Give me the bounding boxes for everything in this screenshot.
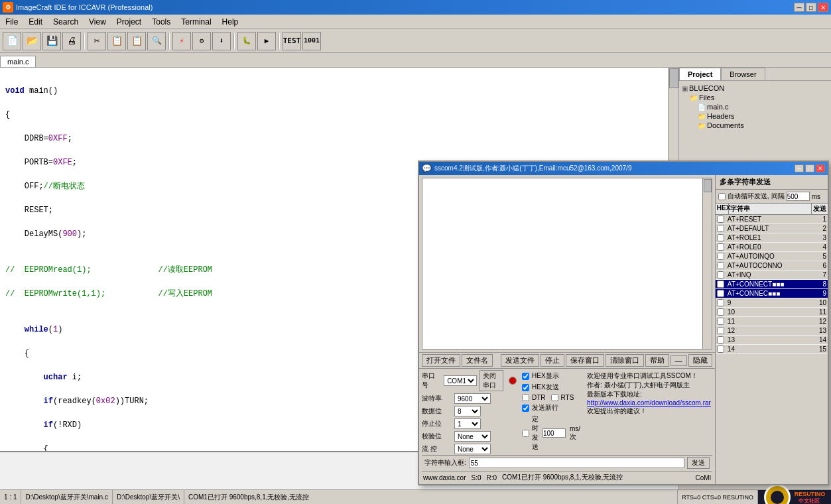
row-8-checkbox[interactable] <box>717 281 724 288</box>
header-send: 发送 <box>812 204 828 214</box>
row-7-checkbox[interactable] <box>717 271 724 279</box>
compile-button[interactable]: ⚡ <box>172 32 191 50</box>
status-position: 1 : 1 <box>0 490 21 504</box>
build-button[interactable]: ⚙ <box>192 32 211 50</box>
run-button[interactable]: ▶ <box>257 32 276 50</box>
download-button[interactable]: ⬇ <box>212 32 231 50</box>
save-button[interactable]: 💾 <box>42 32 61 50</box>
tree-main-c[interactable]: 📄 main.c <box>698 102 828 111</box>
newline-checkbox[interactable] <box>522 405 529 412</box>
paste-button[interactable]: 📋 <box>127 32 146 50</box>
serial-title: sscom4.2测试版,作者:聂小猛(丁丁),Email:mcu52@163.c… <box>434 164 631 173</box>
maximize-button[interactable]: □ <box>806 3 816 12</box>
menu-help[interactable]: Help <box>217 15 244 29</box>
row-2-checkbox[interactable] <box>717 225 724 232</box>
serial-config: 串口号 COM1 关闭串口 波特率 <box>419 368 715 484</box>
open-file-button[interactable]: 📂 <box>23 32 41 50</box>
minimize-panel-button[interactable]: — <box>671 355 687 366</box>
serial-close-button[interactable]: ✕ <box>816 164 825 172</box>
tree-documents-folder[interactable]: 📁 Documents <box>698 121 828 130</box>
search-button[interactable]: 🔍 <box>147 32 166 50</box>
tree-files-folder[interactable]: 📁 Files <box>690 93 828 102</box>
row-1-checkbox[interactable] <box>717 216 724 223</box>
tree-headers-folder[interactable]: 📁 Headers <box>698 111 828 121</box>
headers-folder-icon: 📁 <box>698 113 706 120</box>
hex-send-label: HEX发送 <box>532 383 559 392</box>
table-row: AT+DEFAULT 2 <box>716 224 828 233</box>
copy-button[interactable]: 📋 <box>107 32 126 50</box>
serial-send-button[interactable]: 发送 <box>687 457 710 469</box>
chip-button[interactable]: 1001 <box>302 32 321 50</box>
save-window-button[interactable]: 保存窗口 <box>566 354 604 367</box>
info-line-4: http://www.daxia.com/download/sscom.rar <box>587 399 711 407</box>
cut-button[interactable]: ✂ <box>88 32 106 50</box>
help-button[interactable]: 帮助 <box>645 354 669 367</box>
serial-minimize-button[interactable]: ─ <box>795 164 804 172</box>
stop-button[interactable]: 停止 <box>541 354 564 367</box>
menu-project[interactable]: Project <box>111 15 147 29</box>
new-file-button[interactable]: 📄 <box>3 32 21 50</box>
settings-button[interactable]: TEST <box>283 32 301 50</box>
serial-send-input[interactable] <box>469 458 684 468</box>
row-10-checkbox[interactable] <box>717 299 724 306</box>
row-9-checkbox[interactable] <box>717 290 724 297</box>
serial-scroll-thumb[interactable] <box>704 179 712 192</box>
row-12-checkbox[interactable] <box>717 318 724 325</box>
serial-maximize-button[interactable]: □ <box>805 164 814 172</box>
menu-file[interactable]: File <box>0 15 23 29</box>
row-4-checkbox[interactable] <box>717 243 724 251</box>
menu-terminal[interactable]: Terminal <box>176 15 216 29</box>
toolbar-separator-4 <box>279 33 280 49</box>
data-bits-select[interactable]: 8 <box>454 406 481 416</box>
tab-project[interactable]: Project <box>679 68 721 80</box>
row-6-checkbox[interactable] <box>717 262 724 269</box>
clear-window-button[interactable]: 清除窗口 <box>606 354 644 367</box>
row-13-checkbox[interactable] <box>717 327 724 334</box>
interval-input[interactable] <box>787 192 810 201</box>
menu-edit[interactable]: Edit <box>23 15 48 29</box>
table-row: 9 10 <box>716 298 828 308</box>
flow-select[interactable]: None <box>454 444 491 454</box>
parity-select[interactable]: None <box>454 431 491 442</box>
scrollbar-thumb[interactable] <box>669 68 678 88</box>
timed-send-checkbox[interactable] <box>522 430 529 437</box>
interval-label: 间隔 <box>771 192 785 201</box>
print-button[interactable]: 🖨 <box>62 32 81 50</box>
minimize-button[interactable]: ─ <box>794 3 804 12</box>
table-row: 10 11 <box>716 308 828 317</box>
baud-select[interactable]: 9600 <box>454 393 491 404</box>
send-input-label: 字符串输入框: <box>424 458 466 468</box>
stop-bits-select[interactable]: 1 <box>454 418 481 429</box>
row-14-checkbox[interactable] <box>717 336 724 344</box>
row-5-checkbox[interactable] <box>717 253 724 260</box>
hex-display-checkbox[interactable] <box>522 373 529 380</box>
auto-send-row: 自动循环发送, 间隔 ms <box>716 190 828 204</box>
send-file-button[interactable]: 发送文件 <box>501 354 539 367</box>
hide-button[interactable]: 隐藏 <box>688 354 712 367</box>
dtr-checkbox[interactable] <box>522 394 529 401</box>
menu-view[interactable]: View <box>84 15 111 29</box>
menu-tools[interactable]: Tools <box>147 15 176 29</box>
timed-value-input[interactable] <box>543 428 566 438</box>
row-15-checkbox[interactable] <box>717 346 724 353</box>
row-14-num: 14 <box>813 336 828 344</box>
menu-search[interactable]: Search <box>48 15 84 29</box>
data-bits-label: 数据位 <box>422 407 452 416</box>
filename-button[interactable]: 文件名 <box>462 354 493 367</box>
hex-send-checkbox[interactable] <box>522 384 529 391</box>
serial-display-scrollbar[interactable] <box>702 178 712 349</box>
close-button[interactable]: ✕ <box>818 3 828 12</box>
row-11-checkbox[interactable] <box>717 308 724 316</box>
close-serial-button[interactable]: 关闭串口 <box>479 370 503 391</box>
row-4-str: AT+ROLE0 <box>726 243 813 251</box>
auto-send-checkbox[interactable] <box>718 193 726 200</box>
com-select[interactable]: COM1 <box>444 375 477 386</box>
rts-checkbox[interactable] <box>551 394 558 401</box>
row-3-checkbox[interactable] <box>717 234 724 241</box>
editor-tab-main[interactable]: main.c <box>0 56 36 67</box>
table-row: AT+RESET 1 <box>716 215 828 224</box>
open-file-button[interactable]: 打开文件 <box>422 354 460 367</box>
debug-button[interactable]: 🐛 <box>237 32 256 50</box>
tab-browser[interactable]: Browser <box>721 68 765 80</box>
row-1-str: AT+RESET <box>726 215 813 223</box>
